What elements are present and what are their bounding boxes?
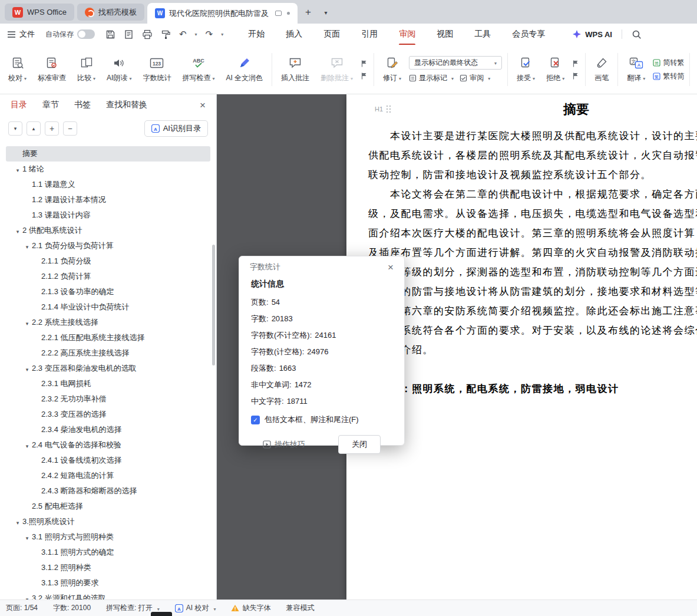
- translate-button[interactable]: 文A 翻译: [623, 50, 649, 89]
- toc-expand-icon[interactable]: [22, 441, 32, 450]
- toc-item[interactable]: 3.1.1 照明方式的确定: [6, 545, 210, 560]
- word-count-indicator[interactable]: 字数: 20100: [53, 603, 91, 613]
- toc-item[interactable]: 2.4.2 短路电流的计算: [6, 468, 210, 483]
- toc-item[interactable]: 3.照明系统设计: [6, 514, 210, 529]
- checkbox-checked-icon[interactable]: [251, 416, 260, 424]
- toc-item[interactable]: 3.1 照明方式与照明种类: [6, 529, 210, 545]
- print-preview-icon[interactable]: [124, 29, 134, 39]
- toc-item[interactable]: 2.3.1 电网损耗: [6, 376, 210, 391]
- ai-read-aloud-button[interactable]: AI朗读: [103, 50, 135, 89]
- accept-button[interactable]: 接受: [513, 50, 539, 89]
- ai-polish-button[interactable]: AI 全文润色: [222, 50, 266, 89]
- show-markup-button[interactable]: 显示标记: [409, 73, 454, 83]
- menu-item[interactable]: 开始: [248, 29, 265, 39]
- toc-item[interactable]: 2.4.1 设备线缆初次选择: [6, 453, 210, 468]
- tab-docer-templates[interactable]: 找稻壳模板: [77, 4, 144, 21]
- previous-revision-icon[interactable]: [572, 60, 580, 67]
- toc-item[interactable]: 2.3 变压器和柴油发电机的选取: [6, 361, 210, 376]
- panel-tab[interactable]: 目录: [11, 100, 27, 110]
- word-count-button[interactable]: 123 字数统计: [139, 50, 174, 89]
- toc-item[interactable]: 3.1.3 照明的要求: [6, 575, 210, 591]
- redo-dropdown-icon[interactable]: [221, 32, 223, 37]
- include-textbox-checkbox[interactable]: 包括文本框、脚注和尾注(F): [251, 414, 392, 425]
- insert-comment-button[interactable]: 插入批注: [278, 50, 313, 89]
- page-indicator[interactable]: 页面: 1/54: [6, 603, 38, 613]
- save-icon[interactable]: [105, 29, 115, 39]
- review-button[interactable]: 审阅: [460, 73, 490, 83]
- menu-item[interactable]: 插入: [286, 29, 302, 39]
- panel-tab[interactable]: 查找和替换: [106, 100, 147, 110]
- toc-item[interactable]: 3.1.2 照明种类: [6, 560, 210, 575]
- dialog-close-button[interactable]: 关闭: [338, 435, 381, 454]
- toggle-off-icon[interactable]: [77, 29, 95, 39]
- redo-icon[interactable]: [206, 29, 213, 39]
- menu-item[interactable]: 审阅: [399, 29, 415, 39]
- toc-item[interactable]: 2 供配电系统设计: [6, 223, 210, 238]
- menu-item[interactable]: 引用: [361, 29, 378, 39]
- traditional-to-simplified-button[interactable]: 繁 繁转简: [653, 71, 684, 81]
- expand-all-button[interactable]: [45, 121, 59, 136]
- simplified-to-traditional-button[interactable]: 简 简转繁: [653, 58, 684, 68]
- standard-review-button[interactable]: 标准审查: [34, 50, 70, 89]
- toc-item[interactable]: 2.4.3 断路器和熔断器的选择: [6, 483, 210, 499]
- autosave-toggle[interactable]: 自动保存: [45, 29, 95, 39]
- next-comment-icon[interactable]: [361, 72, 368, 80]
- file-menu-button[interactable]: 文件: [7, 29, 35, 39]
- toc-expand-icon[interactable]: [22, 533, 32, 542]
- toc-item[interactable]: 2.3.4 柴油发电机的选择: [6, 422, 210, 437]
- panel-tab[interactable]: 章节: [42, 100, 59, 110]
- print-icon[interactable]: [142, 29, 153, 39]
- toc-item[interactable]: 1.1 课题意义: [6, 177, 210, 192]
- toc-item[interactable]: 1.2 课题设计基本情况: [6, 192, 210, 207]
- toc-expand-icon[interactable]: [22, 594, 32, 600]
- tips-link[interactable]: 操作技巧: [263, 439, 305, 450]
- drag-handle-icon[interactable]: [386, 105, 391, 113]
- toc-expand-icon[interactable]: [13, 518, 22, 526]
- toc-expand-icon[interactable]: [13, 226, 22, 235]
- reject-button[interactable]: 拒绝: [543, 50, 568, 89]
- tab-wps-office[interactable]: WPS Office: [5, 4, 74, 21]
- missing-font-warning[interactable]: 缺失字体: [231, 603, 270, 613]
- toc-item[interactable]: 2.3.2 无功功率补偿: [6, 391, 210, 407]
- toc-item[interactable]: 3.2 光源和灯具的选取: [6, 591, 210, 599]
- undo-dropdown-icon[interactable]: [195, 32, 197, 37]
- menu-item[interactable]: 页面: [323, 29, 340, 39]
- wps-ai-button[interactable]: WPS AI: [572, 29, 612, 39]
- delete-comment-button[interactable]: 删除批注: [317, 50, 356, 89]
- compare-button[interactable]: 比较: [74, 50, 99, 89]
- tab-current-document[interactable]: 现代化医院照明供配电防雷及: [147, 3, 298, 24]
- toc-item[interactable]: 2.4 电气设备的选择和校验: [6, 437, 210, 453]
- toc-item[interactable]: 2.3.3 变压器的选择: [6, 407, 210, 422]
- toc-expand-icon[interactable]: [22, 242, 32, 251]
- toc-item[interactable]: 2.1 负荷分级与负荷计算: [6, 238, 210, 253]
- toc-item[interactable]: 1.3 课题设计内容: [6, 207, 210, 223]
- collapse-all-button[interactable]: [63, 121, 77, 136]
- tab-window-icon[interactable]: [275, 11, 282, 16]
- collapse-heading-button[interactable]: [8, 121, 22, 136]
- toc-item[interactable]: 摘要: [6, 146, 210, 162]
- format-painter-icon[interactable]: [161, 29, 171, 39]
- menu-item[interactable]: 工具: [474, 29, 491, 39]
- toc-expand-icon[interactable]: [22, 318, 32, 327]
- proofread-button[interactable]: 校对: [5, 50, 30, 89]
- toc-expand-icon[interactable]: [22, 364, 32, 373]
- spell-check-button[interactable]: ABC 拼写检查: [179, 50, 218, 89]
- menu-item[interactable]: 视图: [437, 29, 453, 39]
- undo-icon[interactable]: [179, 29, 187, 39]
- previous-comment-icon[interactable]: [361, 60, 368, 67]
- ai-proofread-status[interactable]: A AI 校对: [175, 603, 216, 613]
- search-icon[interactable]: [632, 29, 642, 39]
- sidebar-scrollbar[interactable]: [212, 245, 215, 365]
- close-dialog-icon[interactable]: [388, 262, 394, 272]
- panel-tab[interactable]: 书签: [74, 100, 91, 110]
- menu-item[interactable]: 会员专享: [512, 29, 545, 39]
- toc-item[interactable]: 2.2 系统主接线选择: [6, 315, 210, 330]
- toc-item[interactable]: 2.5 配电柜选择: [6, 499, 210, 514]
- ink-pen-button[interactable]: 画笔: [591, 50, 612, 89]
- toc-item[interactable]: 2.2.1 低压配电系统主接线选择: [6, 330, 210, 345]
- ai-outline-button[interactable]: A AI识别目录: [144, 120, 208, 137]
- toc-item[interactable]: 2.1.2 负荷计算: [6, 269, 210, 284]
- toc-item[interactable]: 2.1.4 毕业设计中负荷统计: [6, 299, 210, 315]
- tab-list-dropdown-icon[interactable]: [319, 5, 333, 19]
- next-revision-icon[interactable]: [572, 72, 580, 80]
